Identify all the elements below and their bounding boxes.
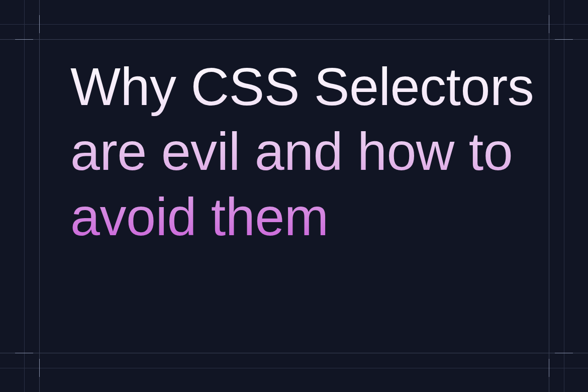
crop-tick bbox=[15, 39, 33, 40]
guide-horizontal-inner-top bbox=[0, 39, 588, 40]
guide-horizontal-outer-top bbox=[0, 24, 588, 25]
guide-vertical-outer-left bbox=[24, 0, 25, 392]
guide-horizontal-outer-bottom bbox=[0, 368, 588, 368]
crop-tick bbox=[39, 15, 40, 33]
guide-vertical-inner-right bbox=[549, 0, 549, 392]
crop-tick bbox=[549, 15, 549, 33]
crop-tick bbox=[39, 359, 40, 377]
guide-horizontal-inner-bottom bbox=[0, 353, 588, 353]
crop-tick bbox=[549, 359, 549, 377]
guide-vertical-inner-left bbox=[39, 0, 40, 392]
crop-tick bbox=[555, 353, 573, 353]
crop-tick bbox=[15, 353, 33, 353]
guide-vertical-outer-right bbox=[564, 0, 564, 392]
crop-tick bbox=[555, 39, 573, 40]
article-title: Why CSS Selectors are evil and how to av… bbox=[70, 54, 548, 249]
title-container: Why CSS Selectors are evil and how to av… bbox=[70, 54, 548, 249]
